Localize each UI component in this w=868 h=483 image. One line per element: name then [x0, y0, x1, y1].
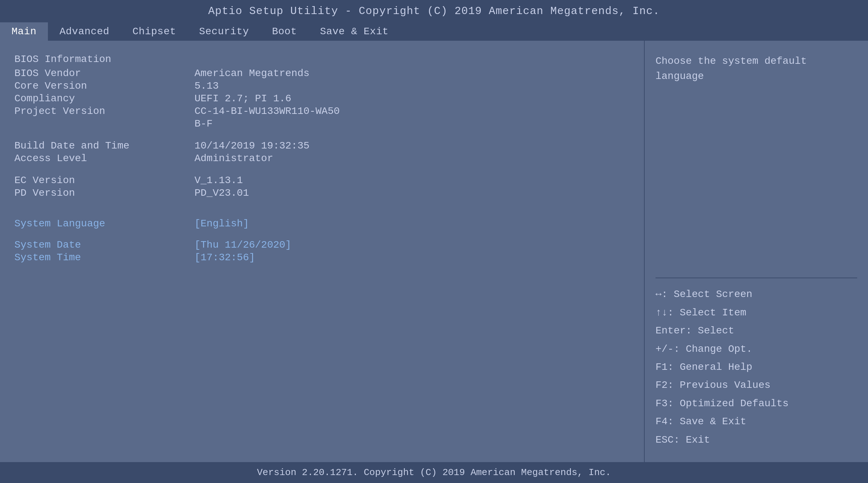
footer: Version 2.20.1271. Copyright (C) 2019 Am…: [0, 462, 868, 483]
system-language-row[interactable]: System Language [English]: [14, 218, 630, 229]
system-time-row[interactable]: System Time [17:32:56]: [14, 252, 630, 263]
pd-version-value: PD_V23.01: [194, 187, 249, 199]
keybinding-item: ↔: Select Screen: [656, 285, 857, 303]
ec-pd-section: EC Version V_1.13.1 PD Version PD_V23.01: [14, 175, 630, 199]
system-date-row[interactable]: System Date [Thu 11/26/2020]: [14, 239, 630, 251]
tab-chipset[interactable]: Chipset: [121, 22, 188, 41]
pd-version-row: PD Version PD_V23.01: [14, 187, 630, 199]
left-panel: BIOS Information BIOS Vendor American Me…: [0, 41, 645, 462]
footer-text: Version 2.20.1271. Copyright (C) 2019 Am…: [257, 467, 611, 478]
system-time-label: System Time: [14, 252, 194, 263]
keybinding-item: F2: Previous Values: [656, 376, 857, 394]
tab-boot[interactable]: Boot: [260, 22, 308, 41]
pd-version-label: PD Version: [14, 187, 194, 199]
access-level-row: Access Level Administrator: [14, 153, 630, 164]
ec-version-row: EC Version V_1.13.1: [14, 175, 630, 186]
compliancy-label: Compliancy: [14, 93, 194, 104]
tab-advanced[interactable]: Advanced: [48, 22, 121, 41]
system-language-label: System Language: [14, 218, 194, 229]
main-content: BIOS Information BIOS Vendor American Me…: [0, 41, 868, 462]
title-text: Aptio Setup Utility - Copyright (C) 2019…: [208, 5, 660, 17]
build-date-label: Build Date and Time: [14, 140, 194, 151]
help-text: Choose the system default language: [656, 54, 857, 270]
ec-version-label: EC Version: [14, 175, 194, 186]
bios-info-section: BIOS Information BIOS Vendor American Me…: [14, 54, 630, 129]
nav-tabs: Main Advanced Chipset Security Boot Save…: [0, 22, 868, 41]
system-date-label: System Date: [14, 239, 194, 251]
build-date-section: Build Date and Time 10/14/2019 19:32:35 …: [14, 140, 630, 164]
project-version-row: Project Version CC-14-BI-WU133WR110-WA50: [14, 106, 630, 117]
tab-main[interactable]: Main: [0, 22, 48, 41]
project-version-label: Project Version: [14, 106, 194, 117]
system-time-value: [17:32:56]: [194, 252, 255, 263]
bios-vendor-row: BIOS Vendor American Megatrends: [14, 68, 630, 79]
divider: [656, 278, 857, 278]
build-date-row: Build Date and Time 10/14/2019 19:32:35: [14, 140, 630, 151]
right-panel: Choose the system default language ↔: Se…: [645, 41, 868, 462]
bios-vendor-label: BIOS Vendor: [14, 68, 194, 79]
ec-version-value: V_1.13.1: [194, 175, 243, 186]
compliancy-value: UEFI 2.7; PI 1.6: [194, 93, 291, 104]
bios-setup-utility: Aptio Setup Utility - Copyright (C) 2019…: [0, 0, 868, 483]
project-version-cont-row: B-F: [14, 118, 630, 129]
keybinding-item: ↑↓: Select Item: [656, 304, 857, 322]
core-version-value: 5.13: [194, 80, 219, 92]
keybinding-item: F3: Optimized Defaults: [656, 395, 857, 413]
system-language-value: [English]: [194, 218, 249, 229]
keybinding-item: F4: Save & Exit: [656, 413, 857, 431]
compliancy-row: Compliancy UEFI 2.7; PI 1.6: [14, 93, 630, 104]
title-bar: Aptio Setup Utility - Copyright (C) 2019…: [0, 0, 868, 22]
core-version-label: Core Version: [14, 80, 194, 92]
access-level-value: Administrator: [194, 153, 273, 164]
core-version-row: Core Version 5.13: [14, 80, 630, 92]
access-level-label: Access Level: [14, 153, 194, 164]
keybinding-item: +/-: Change Opt.: [656, 340, 857, 358]
bios-info-header: BIOS Information: [14, 54, 630, 65]
project-version-cont-value: B-F: [194, 118, 212, 129]
build-date-value: 10/14/2019 19:32:35: [194, 140, 309, 151]
tab-security[interactable]: Security: [188, 22, 260, 41]
keybinding-item: F1: General Help: [656, 358, 857, 376]
keybinding-item: ESC: Exit: [656, 431, 857, 449]
project-version-value: CC-14-BI-WU133WR110-WA50: [194, 106, 340, 117]
keybindings: ↔: Select Screen↑↓: Select ItemEnter: Se…: [656, 285, 857, 449]
bios-vendor-value: American Megatrends: [194, 68, 309, 79]
tab-save-exit[interactable]: Save & Exit: [308, 22, 400, 41]
system-date-value: [Thu 11/26/2020]: [194, 239, 291, 251]
keybinding-item: Enter: Select: [656, 322, 857, 340]
